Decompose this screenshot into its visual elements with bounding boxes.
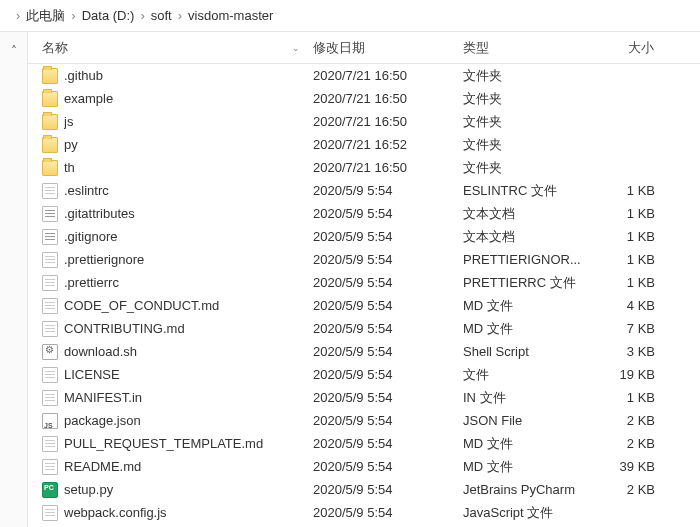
file-date: 2020/5/9 5:54 [313,436,463,451]
column-header-row: 名称 ⌄ 修改日期 类型 大小 [28,32,700,64]
file-row[interactable]: README.md2020/5/9 5:54MD 文件39 KB [28,455,700,478]
file-row[interactable]: js2020/7/21 16:50文件夹 [28,110,700,133]
file-date: 2020/5/9 5:54 [313,298,463,313]
file-type: 文件夹 [463,67,593,85]
file-icon [42,321,58,337]
file-row[interactable]: .prettierignore2020/5/9 5:54PRETTIERIGNO… [28,248,700,271]
breadcrumb-item[interactable]: Data (D:) [82,8,135,23]
file-size: 3 KB [593,344,673,359]
py-icon [42,482,58,498]
column-header-date[interactable]: 修改日期 [313,32,463,63]
file-name: README.md [64,459,313,474]
file-icon [42,436,58,452]
file-size: 2 KB [593,436,673,451]
file-row[interactable]: .gitignore2020/5/9 5:54文本文档1 KB [28,225,700,248]
file-size: 1 KB [593,275,673,290]
column-label: 类型 [463,39,489,57]
file-date: 2020/7/21 16:50 [313,114,463,129]
file-name: .prettierrc [64,275,313,290]
breadcrumb-item[interactable]: visdom-master [188,8,273,23]
file-size: 39 KB [593,459,673,474]
file-size: 2 KB [593,482,673,497]
folder-icon [42,137,58,153]
chevron-down-icon: ⌄ [292,43,300,53]
file-name: download.sh [64,344,313,359]
file-row[interactable]: CONTRIBUTING.md2020/5/9 5:54MD 文件7 KB [28,317,700,340]
file-name: js [64,114,313,129]
file-type: JSON File [463,413,593,428]
file-name: PULL_REQUEST_TEMPLATE.md [64,436,313,451]
file-row[interactable]: .prettierrc2020/5/9 5:54PRETTIERRC 文件1 K… [28,271,700,294]
file-row[interactable]: download.sh2020/5/9 5:54Shell Script3 KB [28,340,700,363]
folder-icon [42,68,58,84]
file-date: 2020/5/9 5:54 [313,413,463,428]
file-size: 1 KB [593,390,673,405]
file-type: 文件夹 [463,113,593,131]
chevron-right-icon [178,8,182,23]
file-date: 2020/5/9 5:54 [313,482,463,497]
file-row[interactable]: example2020/7/21 16:50文件夹 [28,87,700,110]
file-row[interactable]: package.json2020/5/9 5:54JSON File2 KB [28,409,700,432]
chevron-up-icon[interactable]: ˄ [11,44,17,527]
file-icon [42,390,58,406]
sh-icon [42,344,58,360]
file-name: py [64,137,313,152]
column-header-type[interactable]: 类型 [463,32,593,63]
file-row[interactable]: PULL_REQUEST_TEMPLATE.md2020/5/9 5:54MD … [28,432,700,455]
file-size: 7 KB [593,321,673,336]
file-name: CODE_OF_CONDUCT.md [64,298,313,313]
chevron-right-icon [140,8,144,23]
column-label: 大小 [628,39,654,57]
file-size: 1 KB [593,229,673,244]
file-icon [42,367,58,383]
file-name: MANIFEST.in [64,390,313,405]
column-header-name[interactable]: 名称 ⌄ [28,32,313,63]
file-date: 2020/5/9 5:54 [313,206,463,221]
file-size: 1 KB [593,252,673,267]
breadcrumb-item[interactable]: soft [151,8,172,23]
file-row[interactable]: webpack.config.js2020/5/9 5:54JavaScript… [28,501,700,524]
file-type: 文件夹 [463,90,593,108]
file-date: 2020/5/9 5:54 [313,252,463,267]
breadcrumb-item[interactable]: 此电脑 [26,7,65,25]
file-size: 2 KB [593,413,673,428]
file-type: 文本文档 [463,228,593,246]
file-name: setup.py [64,482,313,497]
file-type: MD 文件 [463,435,593,453]
file-row[interactable]: .eslintrc2020/5/9 5:54ESLINTRC 文件1 KB [28,179,700,202]
file-date: 2020/5/9 5:54 [313,229,463,244]
main-panel: ˄ 名称 ⌄ 修改日期 类型 大小 .github2020/7/21 16:50… [0,32,700,527]
file-name: .prettierignore [64,252,313,267]
file-icon [42,183,58,199]
json-icon [42,413,58,429]
file-type: IN 文件 [463,389,593,407]
file-row[interactable]: setup.py2020/5/9 5:54JetBrains PyCharm2 … [28,478,700,501]
file-type: MD 文件 [463,458,593,476]
file-size: 19 KB [593,367,673,382]
file-name: LICENSE [64,367,313,382]
file-row[interactable]: .github2020/7/21 16:50文件夹 [28,64,700,87]
folder-icon [42,114,58,130]
file-row[interactable]: CODE_OF_CONDUCT.md2020/5/9 5:54MD 文件4 KB [28,294,700,317]
file-date: 2020/5/9 5:54 [313,390,463,405]
file-row[interactable]: MANIFEST.in2020/5/9 5:54IN 文件1 KB [28,386,700,409]
file-name: package.json [64,413,313,428]
file-type: JavaScript 文件 [463,504,593,522]
file-date: 2020/7/21 16:50 [313,91,463,106]
file-date: 2020/7/21 16:52 [313,137,463,152]
file-type: 文件夹 [463,136,593,154]
file-type: 文本文档 [463,205,593,223]
file-date: 2020/5/9 5:54 [313,459,463,474]
file-type: 文件 [463,366,593,384]
file-row[interactable]: .gitattributes2020/5/9 5:54文本文档1 KB [28,202,700,225]
file-row[interactable]: LICENSE2020/5/9 5:54文件19 KB [28,363,700,386]
file-name: th [64,160,313,175]
file-name: .gitattributes [64,206,313,221]
column-header-size[interactable]: 大小 [593,32,673,63]
folder-icon [42,160,58,176]
folder-icon [42,91,58,107]
file-rows: .github2020/7/21 16:50文件夹example2020/7/2… [28,64,700,527]
file-row[interactable]: py2020/7/21 16:52文件夹 [28,133,700,156]
breadcrumb[interactable]: 此电脑 Data (D:) soft visdom-master [0,0,700,32]
file-row[interactable]: th2020/7/21 16:50文件夹 [28,156,700,179]
